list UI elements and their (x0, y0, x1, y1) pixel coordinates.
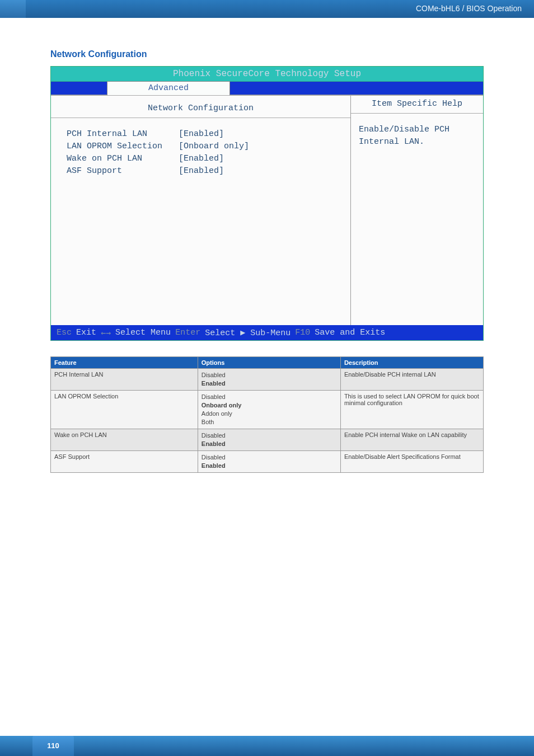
key-f10: F10 (295, 328, 310, 337)
cell-feature: LAN OPROM Selection (51, 391, 198, 429)
table-row: PCH Internal LANDisabledEnabledEnable/Di… (51, 369, 484, 391)
option-value: Disabled (202, 371, 337, 379)
feature-table: Feature Options Description PCH Internal… (50, 356, 484, 473)
bios-help-heading: Item Specific Help (351, 96, 483, 114)
cell-feature: PCH Internal LAN (51, 369, 198, 391)
bios-body: Network Configuration PCH Internal LAN [… (51, 95, 483, 325)
table-row: LAN OPROM SelectionDisabledOnboard onlyA… (51, 391, 484, 429)
option-value: Both (202, 418, 337, 426)
page-footer: 110 (0, 730, 534, 756)
key-esc: Esc (57, 328, 72, 337)
cell-feature: Wake on PCH LAN (51, 429, 198, 451)
bios-help-text: Enable/Disable PCH Internal LAN. (351, 114, 483, 287)
cell-description: Enable PCH internal Wake on LAN capabili… (340, 429, 483, 451)
option-value: Enabled (202, 440, 337, 448)
cell-options: DisabledOnboard onlyAddon onlyBoth (198, 391, 340, 429)
page-header: COMe-bHL6 / BIOS Operation (0, 0, 534, 18)
setting-value: [Enabled] (179, 153, 224, 165)
page-number: 110 (32, 736, 74, 756)
setting-label: Wake on PCH LAN (67, 153, 179, 165)
bios-settings-list: PCH Internal LAN [Enabled] LAN OPROM Sel… (51, 118, 350, 292)
th-feature: Feature (51, 357, 198, 369)
key-esc-label: Exit (76, 328, 96, 337)
header-accent (0, 0, 26, 18)
bios-left-pane: Network Configuration PCH Internal LAN [… (51, 96, 351, 325)
setting-row[interactable]: PCH Internal LAN [Enabled] (67, 128, 350, 140)
th-description: Description (340, 357, 483, 369)
option-value: Enabled (202, 462, 337, 470)
bios-help-pane: Item Specific Help Enable/Disable PCH In… (351, 96, 483, 325)
cell-description: Enable/Disable Alert Specifications Form… (340, 451, 483, 473)
cell-options: DisabledEnabled (198, 369, 340, 391)
table-row: Wake on PCH LANDisabledEnabledEnable PCH… (51, 429, 484, 451)
setting-row[interactable]: LAN OPROM Selection [Onboard only] (67, 140, 350, 153)
section-title: Network Configuration (50, 49, 484, 59)
option-value: Onboard only (202, 401, 337, 410)
setting-value: [Onboard only] (179, 140, 249, 153)
bios-key-legend: Esc Exit ←→ Select Menu Enter Select ▶ S… (51, 325, 483, 340)
setting-value: [Enabled] (179, 165, 224, 177)
key-enter-label: Select ▶ Sub-Menu (205, 327, 291, 338)
key-enter: Enter (175, 328, 200, 337)
cell-options: DisabledEnabled (198, 451, 340, 473)
tab-advanced[interactable]: Advanced (107, 81, 230, 95)
th-options: Options (198, 357, 340, 369)
footer-bar (0, 736, 534, 756)
cell-options: DisabledEnabled (198, 429, 340, 451)
setting-value: [Enabled] (179, 128, 224, 140)
option-value: Disabled (202, 393, 337, 401)
option-value: Disabled (202, 453, 337, 462)
bios-panel: Phoenix SecureCore Technology Setup Adva… (50, 66, 484, 341)
table-row: ASF SupportDisabledEnabledEnable/Disable… (51, 451, 484, 473)
key-leftright-label: Select Menu (115, 328, 171, 337)
key-f10-label: Save and Exits (315, 328, 385, 337)
bios-tab-bar: Advanced (51, 82, 483, 95)
page-content: Network Configuration Phoenix SecureCore… (0, 18, 534, 473)
setting-label: ASF Support (67, 165, 179, 177)
setting-label: PCH Internal LAN (67, 128, 179, 140)
key-leftright: ←→ (101, 328, 111, 338)
cell-description: Enable/Disable PCH internal LAN (340, 369, 483, 391)
bios-title: Phoenix SecureCore Technology Setup (51, 67, 483, 82)
option-value: Disabled (202, 431, 337, 440)
table-header-row: Feature Options Description (51, 357, 484, 369)
breadcrumb: COMe-bHL6 / BIOS Operation (416, 4, 522, 13)
cell-feature: ASF Support (51, 451, 198, 473)
option-value: Enabled (202, 379, 337, 388)
setting-row[interactable]: ASF Support [Enabled] (67, 165, 350, 177)
setting-row[interactable]: Wake on PCH LAN [Enabled] (67, 153, 350, 165)
cell-description: This is used to select LAN OPROM for qui… (340, 391, 483, 429)
option-value: Addon only (202, 410, 337, 418)
bios-left-heading: Network Configuration (51, 100, 350, 118)
setting-label: LAN OPROM Selection (67, 140, 179, 153)
